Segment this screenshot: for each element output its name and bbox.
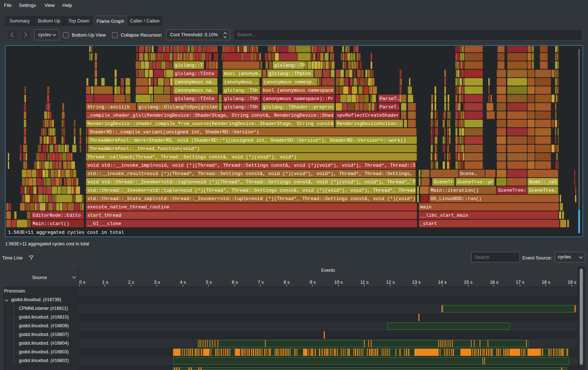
svg-text:(anonymous namesp…: (anonymous namesp… — [264, 79, 315, 85]
svg-text:ShaderRD::_compile_variant(uns: ShaderRD::_compile_variant(unsigned int,… — [90, 129, 259, 135]
svg-text:1.563E+11 aggregated cycles co: 1.563E+11 aggregated cycles cost in tota… — [8, 230, 124, 235]
svg-text:std::thread::_Invoker<std::tup: std::thread::_Invoker<std::tuple<void (*… — [87, 188, 415, 193]
svg-text:glslang::TPpCon: glslang::TPpCon — [269, 71, 311, 76]
svg-text:ParseT…: ParseT… — [380, 104, 399, 110]
svg-text:EditorNode::Edito: EditorNode::Edito — [33, 213, 81, 218]
svg-text:glslang::GlslangToSpv(glslan: glslang::GlslangToSpv(glslan — [138, 104, 218, 110]
svg-text:void std::thread::_Invoker<std: void std::thread::_Invoker<std::tuple<vo… — [87, 179, 415, 185]
svg-text:__libc_start_main: __libc_start_main — [420, 213, 468, 218]
svg-text:(anonymous namespace)::Pr: (anonymous namespace)::Pr — [263, 96, 334, 101]
svg-text:__GI___clone: __GI___clone — [87, 221, 121, 226]
svg-text:(anonymous na…: (anonymous na… — [175, 79, 214, 85]
svg-text:std::thread::_State_impl<std::: std::thread::_State_impl<std::thread::_I… — [87, 196, 415, 201]
svg-text:SceneTree.: SceneTree. — [529, 188, 557, 193]
svg-text:ThreadWorkPool::Work<ShaderRD,: ThreadWorkPool::Work<ShaderRD, void (Sha… — [90, 138, 406, 143]
svg-text:glslang::TInte: glslang::TInte — [175, 71, 214, 76]
svg-text:ThreadWorkPool::_thread_functi: ThreadWorkPool::_thread_function(void*) — [90, 146, 200, 151]
svg-text:bool (anonym.: bool (anonym. — [224, 71, 261, 76]
svg-text:OS_LinuxBSD::run(): OS_LinuxBSD::run() — [431, 196, 481, 201]
svg-text:glslang::TSh: glslang::TSh — [224, 96, 258, 101]
svg-text:(anonymous …: (anonymous … — [224, 79, 258, 85]
svg-text:Thread::callback(Thread*, Thre: Thread::callback(Thread*, Thread::Settin… — [87, 154, 297, 160]
svg-text:(anonymous na…: (anonymous na… — [175, 88, 214, 93]
svg-text:execute_native_thread_routine: execute_native_thread_routine — [87, 204, 169, 210]
svg-text:RenderingDevice::shader_compil: RenderingDevice::shader_compile_from_sou… — [87, 121, 334, 126]
svg-text:RenderingDeviceVulkan::: RenderingDeviceVulkan:: — [337, 121, 402, 126]
svg-text:std::__invoke_result<void (*)(: std::__invoke_result<void (*)(Thread*, T… — [87, 171, 413, 176]
svg-text:Main::start(): Main::start() — [33, 221, 69, 226]
svg-text:void std::__invoke_impl<void,: void std::__invoke_impl<void, void (*)(T… — [87, 163, 415, 168]
svg-text:ParseT…: ParseT… — [380, 96, 399, 101]
svg-text:String::ascii(b: String::ascii(b — [87, 104, 130, 110]
svg-text:SceneTree::pr: SceneTree::pr — [457, 179, 494, 185]
svg-text:Node::_set: Node::_set — [529, 179, 557, 185]
svg-text:_start: _start — [420, 221, 437, 226]
svg-text:glslang::TInte: glslang::TInte — [175, 96, 214, 101]
svg-text:start_thread: start_thread — [87, 213, 121, 218]
svg-text:glslang::T: glslang::T — [175, 63, 203, 68]
svg-text:glslang::TShader::preproc: glslang::TShader::preproc — [263, 104, 334, 110]
svg-text:SceneTree:: SceneTree: — [498, 188, 526, 193]
svg-text:glslang::TSh: glslang::TSh — [224, 104, 258, 110]
svg-text:Scene…: Scene… — [460, 171, 477, 176]
svg-text:_compile_shader_glsl(Rendering: _compile_shader_glsl(RenderingDevice::Sh… — [87, 113, 334, 118]
svg-text:glslang::TP: glslang::TP — [274, 63, 305, 68]
svg-text:Main::iteration(): Main::iteration() — [431, 188, 479, 193]
svg-text:main: main — [420, 204, 431, 210]
svg-text:bool (anonymous namespace: bool (anonymous namespace — [263, 88, 334, 93]
svg-text:spvReflectCreateShader: spvReflectCreateShader — [337, 113, 399, 118]
svg-text:SceneTr: SceneTr — [434, 179, 454, 185]
svg-text:glslang::TSh: glslang::TSh — [224, 88, 258, 93]
